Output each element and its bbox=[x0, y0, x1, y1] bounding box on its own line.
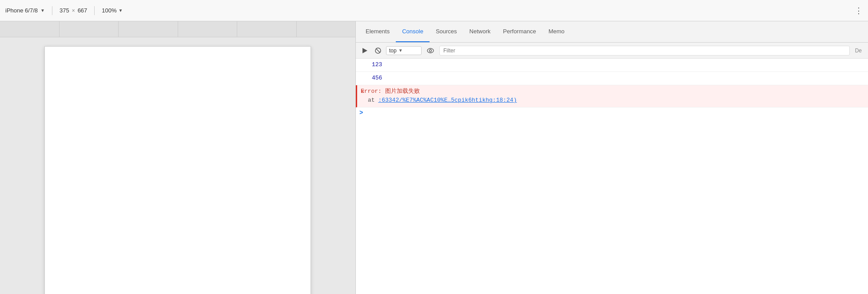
svg-line-2 bbox=[376, 48, 380, 52]
device-name: iPhone 6/7/8 bbox=[5, 7, 38, 14]
more-options-button[interactable]: ⋮ bbox=[855, 6, 863, 16]
zoom-value: 100% bbox=[102, 7, 116, 14]
toolbar-divider-2 bbox=[94, 6, 95, 15]
error-icon: ✕ bbox=[361, 87, 364, 96]
viewport-height: 667 bbox=[78, 7, 88, 14]
context-arrow: ▼ bbox=[398, 48, 403, 53]
toolbar-seg-6 bbox=[297, 21, 356, 37]
svg-marker-0 bbox=[362, 48, 367, 53]
toolbar-seg-3 bbox=[119, 21, 178, 37]
toolbar-seg-1 bbox=[0, 21, 60, 37]
console-value-456: 456 bbox=[372, 74, 382, 83]
error-at-label: at bbox=[368, 97, 378, 103]
viewport-area bbox=[0, 21, 355, 294]
dimension-display: 375 × 667 bbox=[60, 7, 87, 14]
tab-performance[interactable]: Performance bbox=[497, 21, 542, 42]
console-line-123: 123 bbox=[356, 59, 868, 72]
error-content: Error: 图片加载失败 at :63342/%E7%AC%AC10%E…5c… bbox=[361, 87, 517, 106]
error-main: Error: 图片加载失败 bbox=[361, 87, 517, 96]
device-toolbar: iPhone 6/7/8 ▼ 375 × 667 100% ▼ ⋮ bbox=[0, 0, 868, 21]
console-line-456: 456 bbox=[356, 72, 868, 85]
error-main-text: Error: 图片加载失败 bbox=[361, 88, 420, 95]
ban-icon bbox=[375, 48, 381, 54]
device-selector[interactable]: iPhone 6/7/8 ▼ bbox=[5, 7, 45, 14]
console-prompt-line: > bbox=[356, 107, 868, 118]
zoom-selector[interactable]: 100% ▼ bbox=[102, 7, 123, 14]
error-at-line: at :63342/%E7%AC%AC10%E…5cpik6htikhg:18:… bbox=[361, 96, 517, 105]
play-icon bbox=[362, 48, 368, 54]
prompt-arrow: > bbox=[359, 109, 363, 116]
secondary-toolbar bbox=[0, 21, 355, 37]
console-toolbar: top ▼ De bbox=[356, 43, 868, 59]
zoom-arrow: ▼ bbox=[119, 8, 123, 13]
live-expressions-button[interactable] bbox=[424, 45, 437, 56]
filter-input[interactable] bbox=[439, 46, 850, 56]
toolbar-seg-5 bbox=[237, 21, 297, 37]
dimension-cross: × bbox=[72, 8, 75, 14]
context-selector[interactable]: top ▼ bbox=[386, 46, 422, 55]
tab-sources[interactable]: Sources bbox=[430, 21, 463, 42]
svg-point-3 bbox=[427, 48, 434, 53]
toolbar-seg-2 bbox=[60, 21, 119, 37]
viewport-width: 375 bbox=[60, 7, 69, 14]
context-value: top bbox=[389, 48, 397, 54]
main-area: Elements Console Sources Network Perform… bbox=[0, 21, 868, 294]
device-dropdown-arrow: ▼ bbox=[40, 8, 45, 13]
execute-button[interactable] bbox=[359, 45, 370, 56]
devtools-panel: Elements Console Sources Network Perform… bbox=[355, 21, 868, 294]
toolbar-seg-4 bbox=[178, 21, 238, 37]
tab-network[interactable]: Network bbox=[463, 21, 497, 42]
console-value-123: 123 bbox=[372, 60, 382, 70]
toolbar-divider bbox=[52, 6, 52, 15]
tab-elements[interactable]: Elements bbox=[359, 21, 396, 42]
tab-memory[interactable]: Memo bbox=[542, 21, 571, 42]
tab-console[interactable]: Console bbox=[396, 21, 430, 42]
devtools-tabs: Elements Console Sources Network Perform… bbox=[356, 21, 868, 43]
error-source-link[interactable]: :63342/%E7%AC%AC10%E…5cpik6htikhg:18:24) bbox=[378, 97, 517, 103]
eye-icon bbox=[427, 48, 434, 53]
console-error-line: ✕ Error: 图片加载失败 at :63342/%E7%AC%AC10%E…… bbox=[356, 85, 868, 108]
device-frame bbox=[44, 46, 311, 294]
svg-point-4 bbox=[430, 49, 432, 52]
console-output: 123 456 ✕ Error: 图片加载失败 at :63342/%E7%AC… bbox=[356, 59, 868, 294]
clear-console-button[interactable] bbox=[373, 45, 383, 56]
default-levels-label: De bbox=[852, 48, 864, 54]
